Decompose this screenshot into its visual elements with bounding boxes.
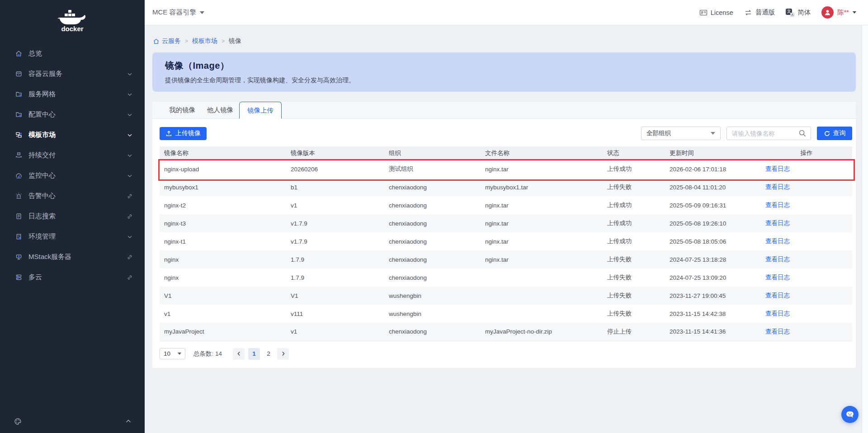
sidebar-item-continuous-delivery[interactable]: 持续交付 — [0, 145, 145, 165]
continuous-delivery-icon — [15, 151, 23, 159]
chevron-down-icon — [853, 11, 856, 14]
breadcrumb-home-link[interactable]: 云服务 — [153, 37, 181, 45]
cell-name: myJavaProject — [160, 323, 286, 341]
view-log-link[interactable]: 查看日志 — [765, 184, 790, 190]
chevron-down-icon — [200, 11, 204, 14]
cell-org: chenxiaodong — [384, 214, 481, 232]
sidebar-item-log-search[interactable]: 日志搜索 — [0, 206, 145, 226]
sidebar-item-environment[interactable]: 环境管理 — [0, 226, 145, 247]
cell-version: v1.7.9 — [286, 232, 384, 250]
cell-actions: 查看日志 — [761, 214, 852, 232]
view-log-link[interactable]: 查看日志 — [765, 256, 790, 263]
chevron-right-icon — [280, 351, 286, 357]
cell-version: 1.7.9 — [286, 268, 384, 287]
scrollbar[interactable] — [862, 25, 868, 433]
cell-name: mybusybox1 — [160, 178, 286, 196]
cell-file — [481, 287, 603, 305]
query-button[interactable]: 查询 — [817, 127, 852, 140]
upload-image-button[interactable]: 上传镜像 — [160, 127, 207, 140]
sidebar-item-multi-cloud[interactable]: 多云 — [0, 267, 145, 287]
view-log-link[interactable]: 查看日志 — [765, 274, 790, 281]
cell-status: 上传失败 — [603, 178, 665, 196]
cell-file: nginx.tar — [481, 250, 603, 268]
sidebar-item-template-market[interactable]: 模板市场 — [0, 125, 145, 145]
table-row: mybusybox1b1chenxiaodongmybusybox1.tar上传… — [160, 178, 852, 196]
cell-org: chenxiaodong — [384, 323, 481, 341]
breadcrumb-separator: > — [185, 38, 188, 44]
sidebar-item-config-center[interactable]: 配置中心 — [0, 104, 145, 125]
cell-updated: 2025-05-08 19:26:10 — [665, 214, 761, 232]
view-log-link[interactable]: 查看日志 — [765, 238, 790, 245]
chevron-down-icon — [711, 132, 715, 135]
breadcrumb-link[interactable]: 模板市场 — [192, 37, 217, 45]
content-area: 云服务 > 模板市场 > 镜像 镜像（Image） 提供镜像的全生命周期管理，实… — [145, 25, 868, 433]
cell-actions: 查看日志 — [761, 178, 852, 196]
upload-icon — [165, 130, 172, 137]
sidebar-item-home[interactable]: 总览 — [0, 43, 145, 64]
avatar — [821, 6, 834, 19]
edition-switcher[interactable]: 普通版 — [744, 8, 775, 17]
page-size-select[interactable]: 10 — [160, 348, 185, 359]
page-number-1[interactable]: 1 — [248, 348, 260, 360]
user-icon — [824, 9, 831, 16]
cell-actions: 查看日志 — [761, 160, 852, 178]
sidebar-item-label: 多云 — [28, 273, 42, 282]
sidebar-item-server[interactable]: MStack服务器 — [0, 247, 145, 267]
username: 陈** — [837, 8, 849, 17]
tab-我的镜像[interactable]: 我的镜像 — [163, 102, 201, 118]
chevron-down-icon — [127, 234, 133, 240]
page-banner: 镜像（Image） 提供镜像的全生命周期管理，实现镜像构建、安全分发与高效治理。 — [152, 52, 856, 92]
product-switcher[interactable]: MCE 容器引擎 — [152, 8, 204, 17]
theme-palette-icon[interactable] — [14, 417, 22, 426]
sidebar-item-alert[interactable]: 告警中心 — [0, 186, 145, 206]
view-log-link[interactable]: 查看日志 — [765, 220, 790, 226]
pagination: 10 总条数: 14 12 — [160, 348, 852, 360]
cell-updated: 2023-11-27 19:00:45 — [665, 287, 761, 305]
page-title: 镜像（Image） — [165, 60, 843, 72]
cell-name: nginx-t3 — [160, 214, 286, 232]
external-link-icon — [127, 193, 133, 199]
search-icon[interactable] — [798, 129, 807, 137]
view-log-link[interactable]: 查看日志 — [765, 165, 790, 172]
cell-org: chenxiaodong — [384, 232, 481, 250]
next-page-button[interactable] — [277, 348, 289, 360]
chevron-down-icon — [127, 132, 133, 138]
help-chat-button[interactable] — [841, 406, 859, 423]
cell-name: V1 — [160, 287, 286, 305]
home-icon — [153, 38, 160, 45]
table-row: nginx1.7.9chenxiaodong上传失败2024-07-25 13:… — [160, 268, 852, 287]
column-header: 文件名称 — [481, 146, 603, 160]
cell-file: nginx.tar — [481, 196, 603, 214]
sidebar-collapse-icon[interactable] — [125, 418, 132, 425]
tab-他人镜像[interactable]: 他人镜像 — [201, 102, 239, 118]
search-input[interactable] — [732, 130, 798, 137]
sidebar-item-container-cloud[interactable]: 容器云服务 — [0, 64, 145, 84]
sidebar-item-monitoring[interactable]: 监控中心 — [0, 165, 145, 186]
cell-updated: 2023-11-15 14:42:38 — [665, 305, 761, 323]
org-filter-select[interactable]: 全部组织 — [641, 127, 721, 140]
license-button[interactable]: License — [699, 9, 733, 17]
cell-version: v1.7.9 — [286, 214, 384, 232]
view-log-link[interactable]: 查看日志 — [765, 310, 790, 317]
cell-name: nginx — [160, 268, 286, 287]
user-menu[interactable]: 陈** — [821, 6, 856, 19]
view-log-link[interactable]: 查看日志 — [765, 328, 790, 335]
table-row: myJavaProjectv1chenxiaodongmyJavaProject… — [160, 323, 852, 341]
tab-镜像上传[interactable]: 镜像上传 — [239, 102, 282, 119]
chevron-left-icon — [236, 351, 242, 357]
page-number-2[interactable]: 2 — [263, 348, 274, 360]
sidebar-item-label: 监控中心 — [28, 171, 56, 180]
chevron-down-icon — [127, 112, 133, 118]
view-log-link[interactable]: 查看日志 — [765, 202, 790, 208]
prev-page-button[interactable] — [233, 348, 245, 360]
topbar: MCE 容器引擎 License 普通版 文A — [145, 0, 868, 25]
refresh-icon — [824, 130, 830, 137]
view-log-link[interactable]: 查看日志 — [765, 292, 790, 299]
log-search-icon — [15, 212, 23, 220]
total-count: 总条数: 14 — [193, 350, 222, 358]
cell-file — [481, 305, 603, 323]
language-switcher[interactable]: 文A 简体 — [786, 8, 811, 17]
sidebar-item-service-mesh[interactable]: 服务网格 — [0, 84, 145, 104]
tabbar: 我的镜像 他人镜像 镜像上传 — [152, 102, 856, 119]
cell-actions: 查看日志 — [761, 305, 852, 323]
